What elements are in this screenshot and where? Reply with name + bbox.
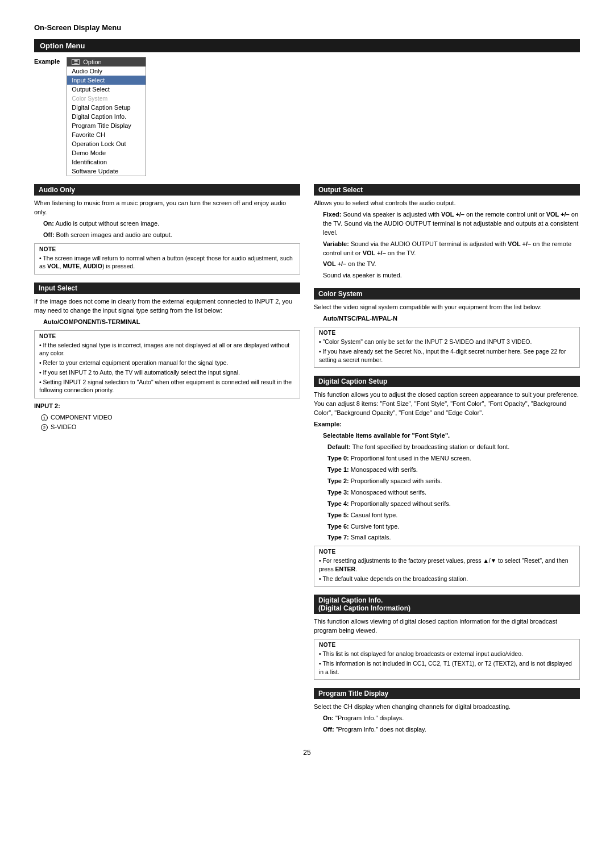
- type5: Type 5: Casual font type.: [327, 511, 580, 520]
- note-title-dcs: NOTE: [319, 549, 575, 555]
- digital-caption-selectable: Selectable items available for "Font Sty…: [323, 431, 580, 441]
- audio-only-note-p1: • The screen image will return to normal…: [39, 254, 295, 271]
- type7: Type 7: Small capitals.: [327, 533, 580, 542]
- example-label: Example: [34, 58, 60, 65]
- type4: Type 4: Proportionally spaced without se…: [327, 500, 580, 509]
- output-vol: VOL +/– on the TV.: [323, 260, 580, 269]
- audio-only-off: Off: Both screen images and audio are ou…: [43, 231, 300, 240]
- digital-caption-setup-body: This function allows you to adjust the c…: [314, 391, 580, 418]
- dcs-note-p2: • The default value depends on the broad…: [319, 575, 575, 583]
- section-program-title-display: Program Title Display Select the CH disp…: [314, 688, 580, 734]
- dcs-note-p1: • For resetting adjustments to the facto…: [319, 556, 575, 573]
- color-system-auto: Auto/NTSC/PAL-M/PAL-N: [323, 314, 580, 323]
- note-title-audio-only: NOTE: [39, 246, 295, 252]
- menu-item-identification[interactable]: Identification: [67, 157, 146, 167]
- section-input-select: Input Select If the image does not come …: [34, 283, 300, 432]
- input2-label: INPUT 2:: [34, 402, 300, 411]
- menu-box: ☰ Option Audio Only Input Select Output …: [67, 57, 146, 176]
- program-title-display-header: Program Title Display: [314, 688, 580, 699]
- input-select-note-p2: • Refer to your external equipment opera…: [39, 359, 295, 367]
- color-system-note-p2: • If you have already set the Secret No.…: [319, 347, 575, 364]
- audio-only-note: NOTE • The screen image will return to n…: [34, 243, 300, 275]
- menu-item-demo-mode[interactable]: Demo Mode: [67, 148, 146, 157]
- digital-caption-setup-example: Example:: [314, 420, 580, 429]
- input-select-header: Input Select: [34, 283, 300, 294]
- input-select-note-p4: • Setting INPUT 2 signal selection to "A…: [39, 378, 295, 394]
- digital-caption-info-header: Digital Caption Info. (Digital Caption I…: [314, 595, 580, 614]
- menu-item-color-system[interactable]: Color System: [67, 94, 146, 103]
- section-output-select: Output Select Allows you to select what …: [314, 184, 580, 281]
- input2-item-1: 1 COMPONENT VIDEO: [41, 413, 300, 422]
- section-audio-only: Audio Only When listening to music from …: [34, 184, 300, 275]
- page-section-title: On-Screen Display Menu: [34, 23, 580, 34]
- type1: Type 1: Monospaced with serifs.: [327, 466, 580, 475]
- audio-only-body: When listening to music from a music pro…: [34, 199, 300, 217]
- input-select-note-p3: • If you set INPUT 2 to Auto, the TV wil…: [39, 368, 295, 377]
- page-number: 25: [34, 748, 580, 758]
- digital-caption-info-note: NOTE • This list is not displayed for an…: [314, 639, 580, 680]
- type3: Type 3: Monospaced without serifs.: [327, 488, 580, 497]
- output-fixed: Fixed: Sound via speaker is adjusted wit…: [323, 210, 580, 238]
- dci-note-p1: • This list is not displayed for analog …: [319, 650, 575, 658]
- input2-list: 1 COMPONENT VIDEO 2 S-VIDEO: [41, 413, 300, 432]
- digital-caption-setup-header: Digital Caption Setup: [314, 376, 580, 387]
- left-column: Audio Only When listening to music from …: [34, 184, 300, 742]
- audio-only-header: Audio Only: [34, 184, 300, 196]
- input-select-auto: Auto/COMPONENT/S-TERMINAL: [43, 318, 300, 327]
- menu-item-favorite-ch[interactable]: Favorite CH: [67, 130, 146, 139]
- digital-caption-setup-note: NOTE • For resetting adjustments to the …: [314, 546, 580, 587]
- option-menu-title: Option Menu: [34, 39, 580, 52]
- type0: Type 0: Proportional font used in the ME…: [327, 454, 580, 463]
- note-title-color-system: NOTE: [319, 330, 575, 336]
- option-menu-example: Example ☰ Option Audio Only Input Select…: [34, 57, 580, 176]
- input2-item-2: 2 S-VIDEO: [41, 423, 300, 431]
- menu-item-software-update[interactable]: Software Update: [67, 167, 146, 176]
- dci-note-p2: • This information is not included in CC…: [319, 659, 575, 676]
- output-mute: Sound via speaker is muted.: [323, 271, 580, 280]
- type2: Type 2: Proportionally spaced with serif…: [327, 477, 580, 486]
- output-variable: Variable: Sound via the AUDIO OUTPUT ter…: [323, 240, 580, 258]
- program-title-off: Off: "Program Info." does not display.: [323, 725, 580, 734]
- menu-item-digital-caption-info[interactable]: Digital Caption Info.: [67, 112, 146, 121]
- color-system-note-p1: • "Color System" can only be set for the…: [319, 338, 575, 346]
- right-column: Output Select Allows you to select what …: [314, 184, 580, 742]
- output-select-body: Allows you to select what controls the a…: [314, 199, 580, 208]
- note-title-dci: NOTE: [319, 642, 575, 648]
- section-digital-caption-setup: Digital Caption Setup This function allo…: [314, 376, 580, 587]
- menu-item-audio-only[interactable]: Audio Only: [67, 67, 146, 76]
- option-icon: ☰: [72, 59, 80, 65]
- menu-item-digital-caption-setup[interactable]: Digital Caption Setup: [67, 103, 146, 112]
- color-system-header: Color System: [314, 288, 580, 300]
- main-content: Audio Only When listening to music from …: [34, 184, 580, 742]
- menu-item-input-select[interactable]: Input Select: [67, 76, 146, 85]
- input-select-note-p1: • If the selected signal type is incorre…: [39, 341, 295, 358]
- input-select-note: NOTE • If the selected signal type is in…: [34, 330, 300, 398]
- output-select-header: Output Select: [314, 184, 580, 196]
- section-digital-caption-info: Digital Caption Info. (Digital Caption I…: [314, 595, 580, 680]
- program-title-on: On: "Program Info." displays.: [323, 714, 580, 723]
- color-system-note: NOTE • "Color System" can only be set fo…: [314, 327, 580, 368]
- menu-header: ☰ Option: [67, 57, 146, 67]
- type6: Type 6: Cursive font type.: [327, 522, 580, 531]
- menu-item-output-select[interactable]: Output Select: [67, 85, 146, 94]
- color-system-body: Select the video signal system compatibl…: [314, 303, 580, 312]
- program-title-display-body: Select the CH display when changing chan…: [314, 703, 580, 712]
- input-select-body: If the image does not come in clearly fr…: [34, 297, 300, 315]
- note-title-input-select: NOTE: [39, 333, 295, 339]
- digital-caption-default: Default: The font specified by broadcast…: [327, 443, 580, 452]
- menu-item-program-title-display[interactable]: Program Title Display: [67, 121, 146, 130]
- audio-only-on: On: Audio is output without screen image…: [43, 219, 300, 229]
- section-color-system: Color System Select the video signal sys…: [314, 288, 580, 368]
- digital-caption-info-body: This function allows viewing of digital …: [314, 617, 580, 636]
- menu-item-operation-lock-out[interactable]: Operation Lock Out: [67, 139, 146, 148]
